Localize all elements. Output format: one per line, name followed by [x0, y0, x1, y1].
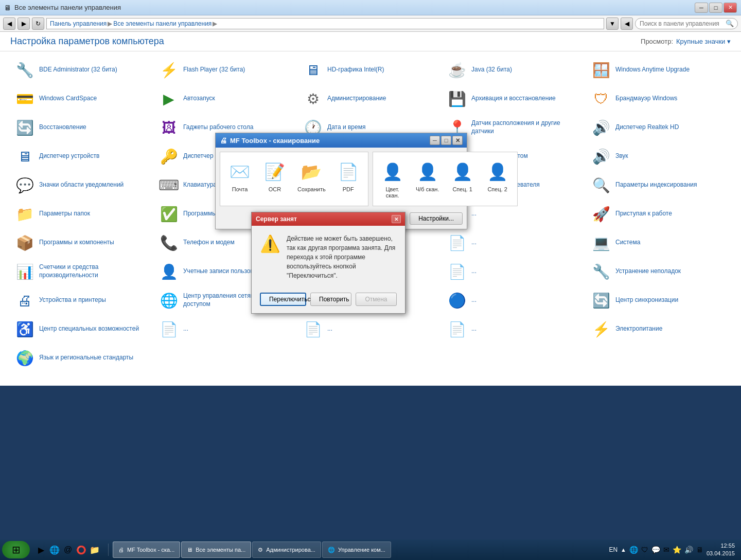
notif-icon: 💬	[14, 175, 35, 195]
list-item[interactable]: 📄 ...	[443, 258, 587, 285]
dialog-title-bar: Сервер занят ✕	[252, 212, 405, 226]
list-item[interactable]: ⚡ Электропитание	[587, 316, 731, 342]
warning-icon: ⚠️	[260, 234, 280, 254]
system-clock[interactable]: 12:55 03.04.2015	[707, 542, 735, 558]
list-item[interactable]: 💳 Windows CardSpace	[10, 85, 154, 112]
bde-admin-icon: 🔧	[14, 60, 35, 80]
list-item[interactable]: 💬 Значки области уведомлений	[10, 172, 154, 198]
start-button[interactable]: ⊞	[2, 541, 30, 558]
lang-icon: 🌍	[14, 348, 35, 368]
address-path[interactable]: Панель управления ▶ Все элементы панели …	[46, 18, 604, 29]
explorer-icon[interactable]: 📁	[90, 545, 100, 555]
taskbar-item-admin[interactable]: ⚙ Администрирова...	[252, 541, 321, 558]
monitor-tray-icon[interactable]: 🖥	[696, 546, 703, 554]
mf-ocr-button[interactable]: 📝 OCR	[259, 156, 290, 202]
dropdown-button[interactable]: ▼	[606, 17, 619, 30]
taskbar-item-panel[interactable]: 🖥 Все элементы па...	[181, 541, 251, 558]
antivirus-tray-icon[interactable]: 🛡	[641, 546, 648, 554]
list-item[interactable]: ♿ Центр специальных возможностей	[10, 316, 154, 342]
maximize-button[interactable]: □	[709, 3, 722, 13]
list-item[interactable]: 📄 ...	[154, 316, 298, 342]
media-player-icon[interactable]: ▶	[36, 545, 46, 555]
item-label: Приступая к работе	[615, 210, 672, 218]
list-item[interactable]: 🔧 BDE Administrator (32 бита)	[10, 57, 154, 83]
list-item[interactable]: 🚀 Приступая к работе	[587, 201, 731, 227]
item-label: Счетчики и средства производительности	[39, 263, 150, 279]
list-item[interactable]: 📄 ...	[443, 316, 587, 342]
list-item[interactable]: 📊 Счетчики и средства производительности	[10, 258, 154, 285]
list-item[interactable]: 🔵 ...	[443, 287, 587, 314]
mf-spec2-button[interactable]: 👤 Спец. 2	[482, 156, 513, 202]
list-item[interactable]: 🖥 Диспетчер устройств	[10, 143, 154, 170]
switch-button[interactable]: Переключиться...	[260, 293, 306, 306]
network-tray-icon[interactable]: 🌐	[629, 546, 638, 554]
ie-icon[interactable]: 🌐	[49, 545, 60, 555]
item-label: Устранение неполадок	[615, 267, 681, 276]
list-item[interactable]: ▶ Автозапуск	[154, 85, 298, 112]
list-item[interactable]: 🪟 Windows Anytime Upgrade	[587, 57, 731, 83]
mf-mail-button[interactable]: ✉️ Почта	[224, 156, 255, 202]
list-item[interactable]: 🖨 Устройства и принтеры	[10, 287, 154, 314]
item-label: Гаджеты рабочего стола	[183, 123, 253, 132]
mf-settings-button[interactable]: Настройки...	[410, 212, 463, 225]
cancel-button[interactable]: Отмена	[356, 293, 397, 306]
taskbar-item-mgmt-icon: 🌐	[328, 547, 335, 553]
list-item[interactable]: 🔄 Восстановление	[10, 114, 154, 141]
mf-minimize-button[interactable]: ─	[430, 136, 440, 145]
path-panel-link[interactable]: Панель управления	[50, 20, 107, 27]
retry-button[interactable]: Повторить	[310, 293, 351, 306]
taskbar-item-panel-label: Все элементы па...	[196, 547, 245, 553]
list-item[interactable]: 📄 ...	[443, 229, 587, 256]
dialog-title: Сервер занят	[256, 215, 297, 223]
mf-pdf-icon: 📄	[336, 159, 361, 184]
list-item[interactable]: 🔧 Устранение неполадок	[587, 258, 731, 285]
intel-graphics-icon: 🖥	[303, 60, 323, 80]
list-item[interactable]: 🔊 Диспетчер Realtek HD	[587, 114, 731, 141]
chat-tray-icon[interactable]: 💬	[651, 546, 660, 554]
firewall-icon: 🛡	[591, 88, 611, 109]
forward-button[interactable]: ▶	[17, 17, 30, 30]
chrome-icon[interactable]: ⭕	[76, 545, 86, 555]
prev-button[interactable]: ◀	[621, 17, 633, 30]
search-input[interactable]	[635, 18, 738, 29]
mf-save-button[interactable]: 📂 Сохранить	[294, 156, 329, 202]
list-item[interactable]: 📁 Параметры папок	[10, 201, 154, 227]
email-icon[interactable]: @	[63, 545, 73, 555]
back-button[interactable]: ◀	[3, 17, 15, 30]
list-item[interactable]: ⚙ Администрирование	[298, 85, 443, 112]
list-item[interactable]: 💻 Система	[587, 229, 731, 256]
list-item[interactable]: 🔊 Звук	[587, 143, 731, 170]
mf-spec1-button[interactable]: 👤 Спец. 1	[447, 156, 478, 202]
mail-tray-icon[interactable]: ✉	[663, 546, 669, 554]
item-label: ...	[471, 296, 477, 304]
taskbar-item-mf-icon: 🖨	[118, 547, 124, 553]
item-label: ...	[471, 267, 477, 276]
tray-arrow-icon[interactable]: ▲	[621, 547, 626, 553]
volume-tray-icon[interactable]: 🔊	[684, 546, 693, 554]
list-item[interactable]: 🖥 HD-графика Intel(R)	[298, 57, 443, 83]
list-item[interactable]: 🔍 Параметры индексирования	[587, 172, 731, 198]
list-item[interactable]: 📄 ...	[298, 316, 443, 342]
path-all-link[interactable]: Все элементы панели управления	[113, 20, 211, 27]
list-item[interactable]: 🌍 Язык и региональные стандарты	[10, 345, 154, 371]
mf-close-button[interactable]: ✕	[452, 136, 463, 145]
list-item[interactable]: 📦 Программы и компоненты	[10, 229, 154, 256]
refresh-button[interactable]: ↻	[32, 17, 44, 30]
taskbar-item-mf[interactable]: 🖨 MF Toolbox - ска...	[113, 541, 180, 558]
mf-maximize-button[interactable]: □	[441, 136, 451, 145]
item-label: Администрирование	[327, 95, 386, 103]
update-tray-icon[interactable]: ⭐	[673, 546, 681, 554]
list-item[interactable]: 🛡 Брандмауэр Windows	[587, 85, 731, 112]
taskbar-item-mgmt[interactable]: 🌐 Управление ком...	[322, 541, 391, 558]
list-item[interactable]: 💾 Архивация и восстановление	[443, 85, 587, 112]
dialog-close-button[interactable]: ✕	[392, 215, 401, 223]
list-item[interactable]: ☕ Java (32 бита)	[443, 57, 587, 83]
view-value-link[interactable]: Крупные значки ▾	[676, 38, 731, 45]
list-item[interactable]: 🔄 Центр синхронизации	[587, 287, 731, 314]
mf-pdf-button[interactable]: 📄 PDF	[333, 156, 364, 202]
mf-color-scan-button[interactable]: 👤 Цвет. скан.	[377, 156, 408, 202]
mf-bw-scan-button[interactable]: 👤 Ч/б скан.	[412, 156, 443, 202]
minimize-button[interactable]: ─	[695, 3, 708, 13]
list-item[interactable]: ⚡ Flash Player (32 бита)	[154, 57, 298, 83]
close-button[interactable]: ✕	[724, 3, 737, 13]
